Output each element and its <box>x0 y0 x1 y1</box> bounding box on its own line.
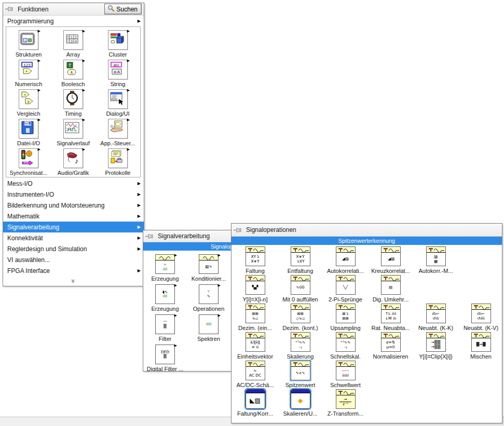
menu-item-label[interactable]: FPGA Interface <box>7 267 50 274</box>
submenu-arrow-icon[interactable]: ▶ <box>127 118 130 121</box>
palette-item-label[interactable]: Signalverlauf <box>57 140 90 146</box>
hammer-wave-strip-icon[interactable] <box>336 390 355 395</box>
submenu-arrow-icon[interactable]: ▶ <box>174 283 177 287</box>
category-banner[interactable]: Spitzenwerterkennung <box>231 237 502 245</box>
function-glyph[interactable]: →z⁻ⁿ <box>336 395 355 408</box>
palette-item-label[interactable]: Strukturen <box>16 51 42 58</box>
function-item[interactable]: ◆Skalieren/U... <box>278 389 323 418</box>
Filter-icon[interactable]: ◠▒ <box>155 314 175 334</box>
Erzeugung-icon[interactable]: ≈ılıl <box>155 254 175 274</box>
Schnellskal.-icon[interactable]: ⁺¹∿∿₋₁ <box>336 332 356 352</box>
submenu-arrow-icon[interactable]: ▶ <box>38 147 40 151</box>
submenu-arrow-icon[interactable]: ▶ <box>174 313 177 317</box>
Erzeugung-icon[interactable]: ◖∿ılıl <box>155 284 175 304</box>
menu-item-konnektivit-t[interactable]: Konnektivität▶ <box>3 232 144 243</box>
menu-item-instrumenten-i-o[interactable]: Instrumenten-I/O▶ <box>3 189 144 200</box>
function-item[interactable]: ┄┄┄ılılılSchwellwert <box>323 361 368 389</box>
palette-item-label[interactable]: Filter <box>159 336 171 342</box>
waveform-icon[interactable] <box>63 119 83 139</box>
AC/DC-Schä...-icon[interactable]: ∿AC DC <box>246 361 265 380</box>
function-item[interactable]: ↑L ılıl↓M ılıRat. Neuabta... <box>368 304 413 332</box>
submenu-arrow-icon[interactable]: ▶ <box>38 29 40 33</box>
palette-item[interactable]: ◖∿ılıl▶Erzeugung <box>143 284 187 314</box>
function-item[interactable]: X∗Y↴XYEntfaltung <box>278 246 323 275</box>
hammer-wave-strip-icon[interactable] <box>472 333 491 338</box>
search-button[interactable]: Suchen <box>104 4 142 15</box>
function-row[interactable]: XY↴X∗YFaltungX∗Y↴XYEntfaltung◢▨Autokorre… <box>233 246 502 275</box>
Faltung-icon[interactable]: XY↴X∗Y <box>246 246 265 266</box>
numeric-icon[interactable]: 123+ <box>19 60 38 79</box>
menu-item-reglerdesign-und-simulation[interactable]: Reglerdesign und Simulation▶ <box>3 243 144 254</box>
palette-item-button[interactable]: !▶ <box>19 148 38 168</box>
function-item[interactable]: ◢▨Autokorrelati... <box>323 246 368 275</box>
function-item-label[interactable]: Skalieren/U... <box>283 410 317 417</box>
function-item[interactable]: ▤Dig. Umkehr... <box>368 275 413 304</box>
function-button[interactable]: ↑L ılıl↓M ılı <box>381 304 401 323</box>
function-glyph[interactable]: ∿00 <box>291 281 310 294</box>
palette-item-button[interactable]: 1234BG▶ <box>63 30 83 50</box>
function-item-label[interactable]: Normalisieren <box>373 353 408 360</box>
menu-item-label[interactable]: Instrumenten-I/O <box>7 191 54 198</box>
function-glyph[interactable]: →▒▒→▒▒ <box>427 338 445 351</box>
palette-item[interactable]: ▶Dialog/UI <box>96 89 140 119</box>
function-item-label[interactable]: Neuabt. (K-K) <box>418 325 453 331</box>
palette-item[interactable]: abca A▶String <box>96 60 140 89</box>
Neuabt. (K-K)-icon[interactable]: ıllı⌐↺ılı <box>426 304 446 323</box>
palette-item[interactable]: ▶Signalverlauf <box>51 119 96 148</box>
function-item[interactable]: ∿∧∿Spitzenwert <box>278 361 323 389</box>
menu-item-label[interactable]: VI auswählen... <box>7 256 50 264</box>
palette-item-label[interactable]: Operationen <box>193 306 225 312</box>
function-item-label[interactable]: Autokorrelati... <box>327 268 364 274</box>
menu-item-fpga-interface[interactable]: FPGA Interface▶ <box>3 265 144 276</box>
Kreuzkorrelat...-icon[interactable]: ·◢▨ <box>381 246 401 266</box>
hammer-wave-strip-icon[interactable] <box>291 247 310 253</box>
function-button[interactable]: ⊠↴⊞⊞ <box>336 304 356 323</box>
function-item[interactable]: ⊞⊞◇↳▫Dezim. (kont.) <box>278 304 323 332</box>
function-button[interactable]: ⊞⊞↳▫ <box>246 304 265 323</box>
Dezim. (kont.)-icon[interactable]: ⊞⊞◇↳▫ <box>291 304 310 323</box>
palette-item-label[interactable]: Timing <box>65 111 82 117</box>
report-icon[interactable] <box>108 148 128 168</box>
palette-item-label[interactable]: App.-Steuer... <box>100 140 135 146</box>
Autokorr.-M...-icon[interactable]: ▨▦ <box>426 246 446 266</box>
Einheitsvektor-icon[interactable]: x̄∕‖x̄‖= ū <box>246 332 265 352</box>
submenu-arrow-icon[interactable]: ▶ <box>38 88 40 92</box>
palette-item[interactable]: 1▶Strukturen <box>6 30 51 60</box>
function-item-label[interactable]: Skalierung <box>287 353 314 360</box>
function-row[interactable]: ◣▨Faltung/Korr...◆Skalieren/U...→z⁻ⁿZ-Tr… <box>233 389 502 418</box>
palette-item[interactable]: ◠▒▶Filter <box>143 314 187 345</box>
function-button[interactable]: ◣▨ <box>246 389 265 409</box>
hammer-wave-strip-icon[interactable] <box>291 304 310 310</box>
Konditionier...-icon[interactable]: ▧∿ <box>199 254 219 274</box>
function-item-label[interactable]: Entfaltung <box>288 268 314 274</box>
submenu-arrow-icon[interactable]: ▶ <box>138 225 141 229</box>
Entfaltung-icon[interactable]: X∗Y↴XY <box>291 246 310 266</box>
function-item-label[interactable]: Mit 0 auffüllen <box>282 296 318 303</box>
structures-icon[interactable]: 1 <box>19 30 38 50</box>
function-item-label[interactable]: Z-Transform... <box>328 410 363 417</box>
palette-item[interactable]: ▧∿▶Konditionier... <box>187 254 230 284</box>
palette-item-button[interactable]: ▶ <box>63 119 83 139</box>
palette-item-button[interactable]: abca A▶ <box>108 60 128 79</box>
palette-item-label[interactable]: Konditionier... <box>192 276 226 282</box>
hammer-wave-strip-icon[interactable] <box>382 276 400 281</box>
submenu-arrow-icon[interactable]: ▶ <box>218 283 221 287</box>
function-item[interactable]: ⊠↴⊞⊞Upsampling <box>323 304 368 332</box>
menu-item-label[interactable]: Signalverarbeitung <box>7 224 59 231</box>
function-item-label[interactable]: Autokorr.-M... <box>418 268 453 274</box>
wave-strip-icon[interactable] <box>199 255 218 260</box>
Skalierung-icon[interactable]: ⁺¹∿∿₋₁ <box>291 332 310 352</box>
hammer-wave-strip-icon[interactable] <box>382 304 400 310</box>
palette-item[interactable]: ≈ılıl▶Erzeugung <box>143 254 187 284</box>
palette-item[interactable]: DFD▒▶Digital Filter ... <box>143 345 187 372</box>
function-button[interactable]: x̄∕‖x̄‖= ū <box>246 332 265 352</box>
palette-item-button[interactable]: ▶ <box>108 148 128 168</box>
hammer-wave-strip-icon[interactable] <box>246 276 265 281</box>
Z-Transform...-icon[interactable]: →z⁻ⁿ <box>336 389 356 409</box>
palette-item-button[interactable]: ▶ <box>108 89 128 109</box>
function-button[interactable]: ·◢▨ <box>381 246 401 266</box>
hammer-wave-strip-icon[interactable] <box>291 276 310 281</box>
function-item-label[interactable]: AC/DC-Schä... <box>236 382 274 388</box>
function-button[interactable]: ıllı⌐↺ılı <box>426 304 446 323</box>
function-item-label[interactable]: Dezim. (kont.) <box>282 325 318 331</box>
